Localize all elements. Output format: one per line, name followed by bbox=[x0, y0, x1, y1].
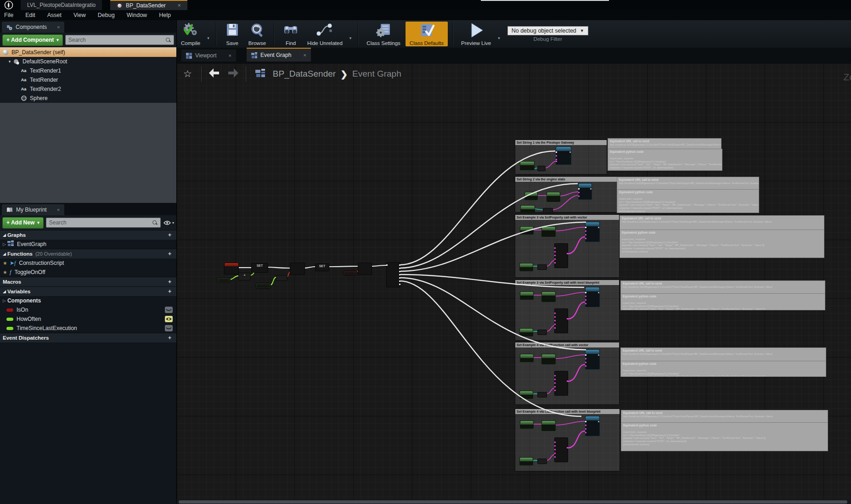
tree-item-textrender1[interactable]: AaTextRender1 bbox=[0, 66, 176, 75]
blueprint-node[interactable] bbox=[585, 222, 600, 242]
add-component-button[interactable]: + Add Component ▾ bbox=[2, 34, 63, 46]
blueprint-node[interactable] bbox=[520, 420, 534, 429]
blueprint-node[interactable] bbox=[520, 161, 535, 170]
blueprint-node[interactable] bbox=[554, 243, 568, 268]
blueprint-node[interactable] bbox=[541, 354, 556, 364]
blueprint-node[interactable] bbox=[520, 226, 534, 235]
section-header-macros[interactable]: Macros+ bbox=[0, 277, 176, 286]
blueprint-node[interactable] bbox=[541, 420, 556, 431]
add-icon[interactable]: + bbox=[167, 251, 173, 257]
horizontal-scrollbar-track[interactable] bbox=[177, 499, 851, 504]
comment-group-5[interactable]: Set Example 4 via CallFunction call with… bbox=[515, 342, 620, 405]
preview-live-button[interactable]: Preview Live bbox=[457, 21, 495, 47]
comment-group-6[interactable]: Set Example 4 via CallFunction call with… bbox=[515, 409, 620, 471]
collapse-icon[interactable]: ◢ bbox=[3, 289, 6, 294]
menu-item-window[interactable]: Window bbox=[123, 12, 155, 18]
tab-event-graph[interactable]: Event Graph × bbox=[247, 48, 311, 62]
blueprint-node[interactable] bbox=[578, 183, 592, 200]
blueprint-node[interactable] bbox=[520, 354, 534, 362]
menu-item-help[interactable]: Help bbox=[155, 12, 179, 18]
tab-components[interactable]: Components × bbox=[2, 22, 64, 33]
list-item-eventgraph[interactable]: ▷EventGraph bbox=[0, 240, 176, 249]
back-arrow-icon[interactable] bbox=[208, 68, 220, 80]
blueprint-node-set[interactable]: SET bbox=[251, 263, 268, 273]
my-blueprint-search-input[interactable]: Search bbox=[46, 218, 161, 228]
class-defaults-button[interactable]: Class Defaults bbox=[406, 22, 448, 46]
hide-unrelated-button[interactable]: Hide Unrelated bbox=[303, 21, 347, 47]
blueprint-node-dark[interactable] bbox=[290, 263, 305, 275]
add-icon[interactable]: + bbox=[167, 288, 173, 294]
eye-open-icon[interactable] bbox=[165, 316, 173, 322]
blueprint-node[interactable] bbox=[556, 146, 571, 165]
tree-item-textrender2[interactable]: AaTextRender2 bbox=[0, 84, 176, 94]
save-button[interactable]: Save bbox=[220, 21, 244, 47]
blueprint-node[interactable] bbox=[543, 208, 553, 213]
eye-closed-icon[interactable] bbox=[165, 307, 173, 313]
variable-row-timesincelastexecution[interactable]: TimeSinceLastExecution bbox=[0, 324, 176, 333]
list-item-constructionscript[interactable]: ★➤fConstructionScript bbox=[0, 258, 176, 268]
collapse-icon[interactable]: ◢ bbox=[3, 233, 6, 237]
components-search-input[interactable]: Search bbox=[65, 35, 174, 45]
visibility-filter-button[interactable]: ▾ bbox=[163, 220, 174, 225]
add-icon[interactable]: + bbox=[167, 335, 173, 341]
blueprint-node[interactable] bbox=[537, 459, 547, 464]
horizontal-scrollbar-thumb[interactable] bbox=[179, 500, 847, 504]
eye-closed-icon[interactable] bbox=[165, 325, 173, 331]
blueprint-node[interactable] bbox=[547, 192, 560, 202]
debug-object-dropdown[interactable]: No debug object selected▼ bbox=[507, 26, 588, 35]
blueprint-node-tiny[interactable]: + bbox=[238, 273, 251, 280]
blueprint-node[interactable] bbox=[537, 392, 547, 398]
blueprint-node[interactable] bbox=[519, 391, 533, 399]
blueprint-node-event[interactable] bbox=[224, 263, 239, 274]
add-new-button[interactable]: + Add New ▾ bbox=[2, 217, 44, 229]
chevron-down-icon[interactable]: ▾ bbox=[204, 36, 212, 40]
comment-group-2[interactable]: Set String 2 via the engine state bbox=[515, 176, 618, 213]
blueprint-node[interactable] bbox=[519, 263, 533, 271]
close-icon[interactable]: × bbox=[303, 52, 306, 58]
comment-group-1[interactable]: Set String 1 via the Pixotope Gateway bbox=[515, 140, 607, 174]
section-header-functions[interactable]: ◢Functions(20 Overridable)+ bbox=[0, 249, 176, 258]
blueprint-node-dark[interactable] bbox=[358, 263, 372, 275]
expander-icon[interactable]: ▾ bbox=[7, 59, 12, 64]
blueprint-node[interactable] bbox=[541, 291, 556, 302]
blueprint-node-set[interactable]: SET bbox=[315, 263, 329, 271]
section-header-event-dispatchers[interactable]: Event Dispatchers+ bbox=[0, 333, 176, 342]
blueprint-node[interactable] bbox=[519, 328, 533, 336]
blueprint-node[interactable] bbox=[519, 457, 533, 465]
blueprint-node-pill[interactable] bbox=[343, 270, 357, 276]
blueprint-node[interactable] bbox=[554, 437, 568, 462]
compile-button[interactable]: Compile bbox=[177, 21, 204, 47]
blueprint-node-pill[interactable] bbox=[255, 283, 271, 289]
section-header-graphs[interactable]: ◢Graphs+ bbox=[0, 230, 176, 240]
menu-item-asset[interactable]: Asset bbox=[43, 12, 69, 18]
tree-item-defaultsceneroot[interactable]: ▾DefaultSceneRoot bbox=[0, 57, 176, 66]
component-row-self[interactable]: BP_DataSender (self) bbox=[0, 47, 176, 57]
list-item-components[interactable]: ▷Components bbox=[0, 296, 176, 305]
forward-arrow-icon[interactable] bbox=[227, 68, 239, 80]
tree-item-textrender[interactable]: AaTextRender bbox=[0, 75, 176, 84]
blueprint-node[interactable] bbox=[537, 330, 547, 335]
window-tab-bp-datasender[interactable]: BP_DataSender × bbox=[110, 0, 187, 10]
blueprint-node-seq[interactable] bbox=[386, 262, 400, 287]
find-button[interactable]: Find bbox=[278, 21, 303, 47]
blueprint-node[interactable] bbox=[541, 226, 556, 237]
menu-item-debug[interactable]: Debug bbox=[94, 12, 123, 18]
blueprint-node[interactable] bbox=[537, 166, 546, 171]
close-icon[interactable]: × bbox=[228, 53, 231, 58]
expander-icon[interactable]: ▷ bbox=[3, 298, 6, 303]
comment-group-3[interactable]: Set Example 3 via SetProperty call with … bbox=[515, 214, 620, 278]
chevron-down-icon[interactable]: ▾ bbox=[347, 36, 355, 40]
close-icon[interactable]: × bbox=[57, 207, 60, 213]
blueprint-node[interactable] bbox=[585, 287, 600, 307]
list-item-toggleonoff[interactable]: ★fToggleOnOff bbox=[0, 268, 176, 277]
expander-icon[interactable]: ▷ bbox=[3, 242, 6, 246]
browse-button[interactable]: Browse bbox=[244, 21, 270, 47]
blueprint-node-tiny[interactable] bbox=[276, 275, 287, 281]
tab-viewport[interactable]: Viewport × bbox=[181, 50, 236, 62]
blueprint-node[interactable] bbox=[520, 291, 534, 300]
add-icon[interactable]: + bbox=[167, 232, 173, 238]
add-icon[interactable]: + bbox=[167, 279, 173, 285]
blueprint-node[interactable] bbox=[537, 264, 547, 270]
comment-group-4[interactable]: Set Example 3 via SetProperty call with … bbox=[515, 280, 620, 341]
variable-row-howoften[interactable]: HowOften bbox=[0, 314, 176, 324]
